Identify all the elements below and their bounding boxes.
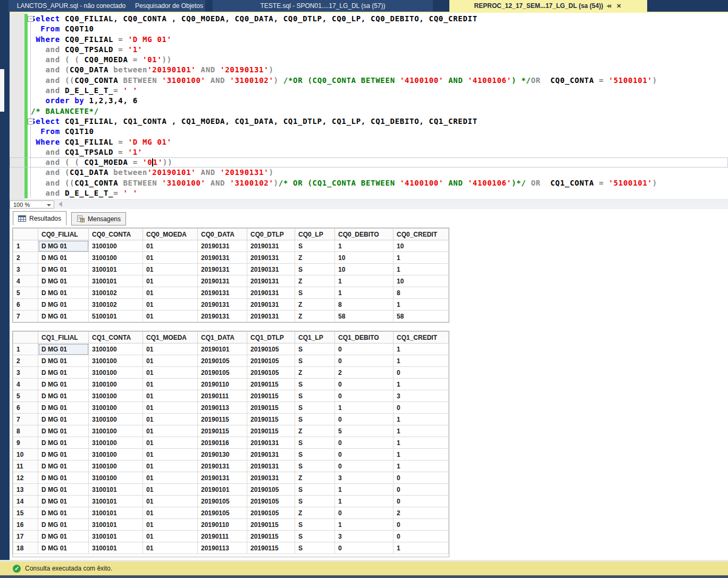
grid-cell[interactable]: 01 bbox=[143, 484, 198, 496]
row-number[interactable]: 11 bbox=[13, 460, 38, 472]
grid-cell[interactable]: 20190105 bbox=[247, 344, 295, 355]
row-number[interactable]: 18 bbox=[13, 542, 38, 554]
row-number[interactable]: 12 bbox=[13, 472, 38, 484]
pin-icon[interactable] bbox=[606, 3, 612, 9]
grid-cell[interactable]: 1 bbox=[335, 275, 394, 287]
grid-cell[interactable]: D MG 01 bbox=[38, 264, 89, 275]
grid-cell[interactable]: 20190130 bbox=[198, 449, 247, 460]
grid-cell[interactable]: 01 bbox=[143, 437, 198, 449]
grid-cell[interactable]: 20190115 bbox=[247, 379, 295, 390]
document-tab-3[interactable]: TESTE.sql - SPON01....17_LG_DL (sa (57)) bbox=[213, 0, 433, 12]
column-header[interactable]: CQ0_DATA bbox=[198, 229, 247, 240]
tab-resultados[interactable]: Resultados bbox=[13, 211, 66, 225]
grid-cell[interactable]: 3100101 bbox=[89, 531, 143, 542]
grid-cell[interactable]: 3100102 bbox=[89, 299, 143, 311]
code-line[interactable]: and CQ0_TPSALD = '1' bbox=[10, 45, 728, 55]
column-header[interactable]: CQ0_DEBITO bbox=[335, 229, 394, 240]
grid-cell[interactable]: 1 bbox=[394, 460, 449, 472]
grid-cell[interactable]: S bbox=[295, 437, 335, 449]
grid-cell[interactable]: 20190105 bbox=[198, 355, 247, 367]
grid-cell[interactable]: 20190111 bbox=[198, 390, 247, 402]
grid-cell[interactable]: 0 bbox=[335, 449, 394, 460]
grid-cell[interactable]: 20190131 bbox=[247, 460, 295, 472]
grid-cell[interactable]: D MG 01 bbox=[38, 437, 89, 449]
grid-cell[interactable]: D MG 01 bbox=[38, 460, 89, 472]
grid-cell[interactable]: D MG 01 bbox=[38, 449, 89, 460]
grid-cell[interactable]: 5100101 bbox=[89, 311, 143, 322]
grid-cell[interactable]: Z bbox=[295, 299, 335, 311]
grid-cell[interactable]: 1 bbox=[394, 264, 449, 275]
grid-cell[interactable]: 0 bbox=[335, 355, 394, 367]
grid-cell[interactable]: 20190131 bbox=[198, 275, 247, 287]
grid-cell[interactable]: 01 bbox=[143, 542, 198, 554]
grid-cell[interactable]: D MG 01 bbox=[38, 425, 89, 437]
code-line[interactable]: order by 1,2,3,4, 6 bbox=[10, 96, 728, 106]
code-line[interactable]: /* BALANCETE*/ bbox=[10, 106, 728, 116]
grid-cell[interactable]: 3100101 bbox=[89, 496, 143, 507]
grid-cell[interactable]: 3100100 bbox=[89, 390, 143, 402]
grid-cell[interactable]: 10 bbox=[335, 252, 394, 264]
grid-cell[interactable]: Z bbox=[295, 275, 335, 287]
grid-cell[interactable]: 20190131 bbox=[247, 472, 295, 484]
grid-cell[interactable]: S bbox=[295, 542, 335, 554]
grid-cell[interactable]: S bbox=[295, 531, 335, 542]
grid-cell[interactable]: 01 bbox=[143, 531, 198, 542]
grid-cell[interactable]: 0 bbox=[394, 402, 449, 414]
grid-cell[interactable]: 3 bbox=[335, 531, 394, 542]
grid-cell[interactable]: 58 bbox=[335, 311, 394, 322]
grid-cell[interactable]: D MG 01 bbox=[38, 355, 89, 367]
grid-cell[interactable]: 20190105 bbox=[247, 496, 295, 507]
column-header[interactable]: CQ1_LP bbox=[295, 332, 335, 344]
grid-cell[interactable]: 20190131 bbox=[198, 460, 247, 472]
grid-cell[interactable]: 20190131 bbox=[198, 252, 247, 264]
grid-cell[interactable]: S bbox=[295, 379, 335, 390]
column-header[interactable]: CQ1_DEBITO bbox=[335, 332, 394, 344]
grid-cell[interactable]: 10 bbox=[394, 275, 449, 287]
grid-cell[interactable]: 20190131 bbox=[198, 287, 247, 299]
grid-cell[interactable]: Z bbox=[295, 367, 335, 379]
row-number[interactable]: 14 bbox=[13, 496, 38, 507]
grid-cell[interactable]: 01 bbox=[143, 287, 198, 299]
code-line[interactable]: From CQ0T10 bbox=[10, 24, 728, 34]
grid-cell[interactable]: 20190101 bbox=[198, 484, 247, 496]
grid-cell[interactable]: 20190105 bbox=[198, 496, 247, 507]
grid-cell[interactable]: S bbox=[295, 240, 335, 252]
grid-cell[interactable]: S bbox=[295, 449, 335, 460]
grid-cell[interactable]: 01 bbox=[143, 264, 198, 275]
grid-cell[interactable]: 20190105 bbox=[247, 484, 295, 496]
column-header[interactable]: CQ1_DATA bbox=[198, 332, 247, 344]
grid-cell[interactable]: 20190131 bbox=[247, 240, 295, 252]
grid-cell[interactable]: 3100100 bbox=[89, 367, 143, 379]
sql-code[interactable]: Select CQ0_FILIAL, CQ0_CONTA , CQ0_MOEDA… bbox=[10, 14, 728, 198]
row-number[interactable]: 15 bbox=[13, 507, 38, 519]
grid-cell[interactable]: 20190131 bbox=[247, 264, 295, 275]
grid-cell[interactable]: 20190115 bbox=[198, 414, 247, 425]
code-line[interactable]: and D_E_L_E_T_= ' ' bbox=[10, 188, 728, 198]
column-header[interactable]: CQ1_DTLP bbox=[247, 332, 295, 344]
grid-cell[interactable]: 20190131 bbox=[247, 299, 295, 311]
grid-cell[interactable]: D MG 01 bbox=[38, 496, 89, 507]
editor-pane[interactable]: Select CQ0_FILIAL, CQ0_CONTA , CQ0_MOEDA… bbox=[10, 13, 728, 199]
row-number[interactable]: 5 bbox=[13, 390, 38, 402]
grid-cell[interactable]: 8 bbox=[394, 287, 449, 299]
code-line[interactable]: and D_E_L_E_T_= ' ' bbox=[10, 86, 728, 96]
grid-cell[interactable]: D MG 01 bbox=[38, 344, 89, 355]
grid-cell[interactable]: S bbox=[295, 355, 335, 367]
grid-cell[interactable]: 20190131 bbox=[198, 240, 247, 252]
grid-cell[interactable]: 20190131 bbox=[247, 287, 295, 299]
grid-cell[interactable]: 01 bbox=[143, 519, 198, 531]
grid-cell[interactable]: 0 bbox=[335, 379, 394, 390]
grid-cell[interactable]: 2 bbox=[394, 507, 449, 519]
grid-cell[interactable]: 0 bbox=[335, 542, 394, 554]
grid-cell[interactable]: D MG 01 bbox=[38, 240, 89, 252]
grid-cell[interactable]: 1 bbox=[394, 344, 449, 355]
grid-cell[interactable]: 1 bbox=[394, 425, 449, 437]
grid-cell[interactable]: D MG 01 bbox=[38, 414, 89, 425]
code-line[interactable]: Where CQ1_FILIAL = 'D MG 01' bbox=[10, 137, 728, 147]
grid-cell[interactable]: 01 bbox=[143, 507, 198, 519]
grid-cell[interactable]: 01 bbox=[143, 299, 198, 311]
code-line[interactable]: and CQ1_TPSALD = '1' bbox=[10, 147, 728, 157]
grid-cell[interactable]: Z bbox=[295, 425, 335, 437]
grid-cell[interactable]: D MG 01 bbox=[38, 390, 89, 402]
grid-cell[interactable]: 20190115 bbox=[247, 542, 295, 554]
